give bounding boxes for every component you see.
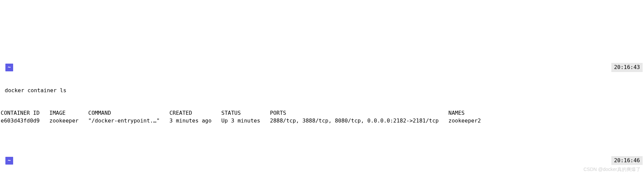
prompt-line: ~ 20:16:43 bbox=[1, 63, 643, 72]
command-line[interactable]: docker container ls bbox=[1, 87, 643, 94]
timestamp: 20:16:46 bbox=[611, 156, 643, 165]
prompt-left: ~ bbox=[1, 64, 13, 71]
tilde-badge: ~ bbox=[5, 64, 13, 71]
timestamp: 20:16:43 bbox=[611, 63, 643, 72]
terminal-window[interactable]: ~ 20:16:43 docker container ls CONTAINER… bbox=[0, 30, 644, 175]
command-output: CONTAINER ID IMAGE COMMAND CREATED STATU… bbox=[1, 109, 643, 125]
tilde-badge: ~ bbox=[5, 157, 13, 165]
prompt-left: ~ bbox=[1, 157, 13, 165]
prompt-line: ~ 20:16:46 bbox=[1, 156, 643, 165]
